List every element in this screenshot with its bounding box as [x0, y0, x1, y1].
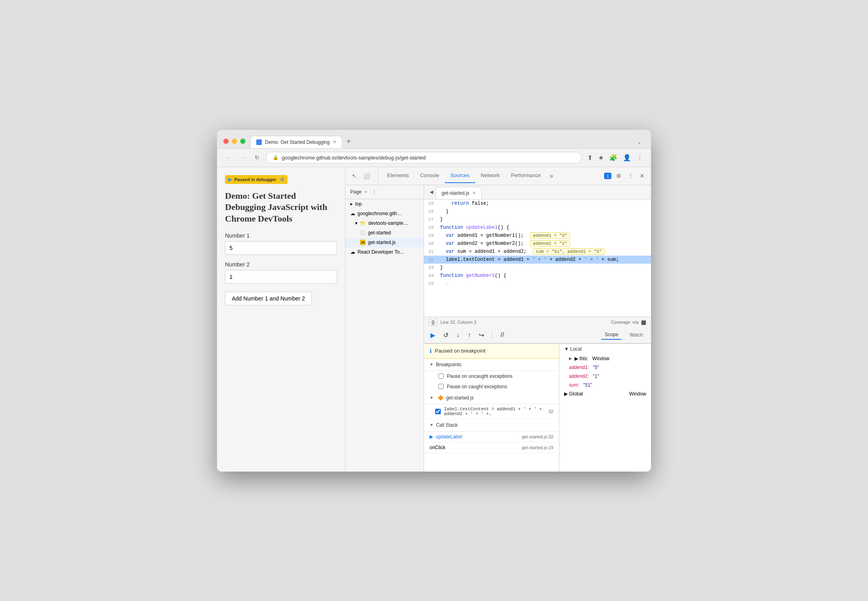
tab-close-button[interactable]: ✕ [333, 139, 336, 145]
this-expand-icon: ▶ [569, 356, 572, 361]
section-arrow-icon: ▼ [430, 362, 434, 367]
cursor-position: Line 32, Column 3 [440, 320, 476, 325]
new-tab-button[interactable]: + [342, 135, 355, 148]
forward-button[interactable]: → [238, 153, 248, 162]
reload-button[interactable]: ↻ [252, 153, 262, 162]
status-left: {} Line 32, Column 3 [429, 319, 476, 326]
scope-global-item[interactable]: ▶ Global Window [559, 389, 651, 398]
number2-input[interactable] [225, 270, 337, 284]
scope-addend1-value: "5" [593, 365, 599, 370]
settings-button[interactable]: ⚙ [615, 171, 623, 181]
tab-performance[interactable]: Performance [505, 168, 546, 183]
code-line-32: 32 label.textContent = addend1 + ' + ' +… [424, 256, 651, 264]
number1-label: Number 1 [225, 232, 337, 239]
number2-label: Number 2 [225, 261, 337, 268]
watch-tab-label[interactable]: Watch [626, 331, 646, 339]
pause-caught-item[interactable]: Pause on caught exceptions [424, 381, 559, 392]
number1-input[interactable] [225, 241, 337, 255]
devtools-more-button[interactable]: ⋮ [626, 171, 635, 181]
tree-item-devtools-sample[interactable]: ▾ 📁 devtools-sample… [346, 218, 424, 228]
address-bar[interactable]: 🔒 googlechrome.github.io/devtools-sample… [266, 152, 582, 163]
devtools-panel: ↖ ⬜ Elements Console Sources Network Per… [345, 167, 651, 472]
breakpoints-section-header[interactable]: ▼ Breakpoints [424, 359, 559, 371]
code-content[interactable]: 25 return false; 26 } 27 } [424, 200, 651, 317]
tab-elements[interactable]: Elements [382, 168, 414, 183]
scope-this-item[interactable]: ▶ ▶ this: Window [559, 354, 651, 363]
tree-item-get-started[interactable]: get-started [346, 228, 424, 238]
browser-tab[interactable]: Demo: Get Started Debugging ✕ [250, 136, 342, 148]
file-tree-menu-button[interactable]: ⋮ [370, 188, 378, 196]
device-toolbar-button[interactable]: ⬜ [362, 171, 372, 181]
maximize-traffic-light[interactable] [240, 139, 245, 144]
pause-uncaught-checkbox[interactable] [438, 373, 444, 379]
more-tabs-button[interactable]: » [547, 168, 557, 184]
bookmark-button[interactable]: ★ [597, 152, 605, 163]
scope-sum-value: "51" [583, 382, 592, 388]
callstack-item-onclick[interactable]: onClick get-started.js:19 [424, 442, 559, 453]
callstack-fn-name: updateLabel [436, 434, 462, 440]
format-button[interactable]: {} [429, 319, 437, 326]
folder-icon: 📁 [360, 220, 366, 226]
tooltip-addend2: addend2 = "1" [530, 240, 570, 247]
scope-tab-label[interactable]: Scope [601, 330, 621, 340]
tree-item-top[interactable]: ▸ top [346, 199, 424, 209]
devtools-close-button[interactable]: ✕ [638, 171, 646, 181]
scope-local-label: ▼ Local [564, 346, 582, 352]
resume-button[interactable]: ▶ [429, 330, 437, 341]
code-line-29: 29 var addend1 = getNumber1(); addend1 =… [424, 232, 651, 240]
minimize-traffic-light[interactable] [232, 139, 237, 144]
pause-uncaught-item[interactable]: Pause on uncaught exceptions [424, 371, 559, 381]
tab-network[interactable]: Network [475, 168, 506, 183]
inspect-element-button[interactable]: ↖ [350, 171, 358, 181]
back-button[interactable]: ← [223, 153, 234, 162]
extensions-button[interactable]: 🧩 [608, 152, 619, 163]
breakpoint-item[interactable]: label.textContent = addend1 + ' + ' + ad… [424, 404, 559, 419]
tab-sources[interactable]: Sources [445, 168, 475, 183]
scope-addend2-key: addend2: [569, 373, 589, 379]
line-number: 28 [424, 225, 438, 230]
tree-item-get-started-js[interactable]: JS get-started.js [346, 238, 424, 247]
callstack-section-header[interactable]: ▼ Call Stack [424, 419, 559, 432]
bp-file-header[interactable]: ▼ 🔶 get-started.js [424, 392, 559, 404]
main-content: ▶ Paused in debugger ◎ Demo: Get Started… [217, 167, 651, 472]
editor-tab-close-button[interactable]: ✕ [472, 191, 476, 195]
file-tree-header: Page » ⋮ [346, 185, 424, 199]
breakpoints-label: Breakpoints [436, 362, 461, 367]
step-button[interactable]: ↪ [477, 330, 486, 341]
bp-code-text: label.textContent = addend1 + ' + ' + ad… [444, 407, 545, 416]
step-out-button[interactable]: ↑ [466, 330, 472, 340]
share-button[interactable]: ⬆ [586, 152, 594, 163]
tree-item-googlechrome[interactable]: ☁ googlechrome.gith… [346, 209, 424, 218]
code-line-26: 26 } [424, 208, 651, 216]
tab-console[interactable]: Console [414, 168, 445, 183]
callstack-item-updatelabel[interactable]: ▶ updateLabel get-started.js:32 [424, 432, 559, 442]
tab-overflow-button[interactable]: ⌄ [634, 136, 645, 148]
file-tree-more-icon: » [365, 190, 367, 194]
devtools-icon-group: ↖ ⬜ [350, 167, 378, 185]
breakpoint-checkbox[interactable] [435, 409, 441, 414]
bottom-panels: ℹ Paused on breakpoint ▼ Breakpoints Pau… [424, 343, 651, 472]
scope-local-section[interactable]: ▼ Local [559, 344, 651, 354]
editor-back-button[interactable]: ◀ [427, 188, 436, 196]
pause-caught-checkbox[interactable] [438, 384, 444, 389]
notification-badge: 1 [604, 173, 611, 179]
submit-button[interactable]: Add Number 1 and Number 2 [225, 292, 312, 305]
tree-item-label: get-started [368, 230, 391, 236]
call-stack-arrow-icon: ▶ [430, 434, 433, 440]
menu-button[interactable]: ⋮ [635, 152, 645, 163]
paused-badge-text: Paused in debugger [234, 177, 276, 182]
code-line-35: 35 … [424, 280, 651, 288]
line-number: 25 [424, 201, 438, 206]
tree-item-react-devtools[interactable]: ☁ React Developer To… [346, 247, 424, 257]
step-over-button[interactable]: ↺ [442, 330, 450, 341]
scope-sum-key: sum: [569, 382, 579, 388]
coverage-icon-button[interactable]: ▦ [641, 319, 646, 325]
deactivate-breakpoints-button[interactable]: // [499, 330, 506, 340]
close-traffic-light[interactable] [223, 139, 229, 144]
profile-button[interactable]: 👤 [621, 152, 633, 163]
editor-tab-get-started-js[interactable]: get-started.js ✕ [436, 187, 482, 199]
line-number: 32 [424, 257, 438, 262]
step-into-button[interactable]: ↓ [455, 330, 461, 340]
page-content: ▶ Paused in debugger ◎ Demo: Get Started… [217, 167, 345, 472]
devtools-tabs: Elements Console Sources Network Perform… [378, 168, 604, 184]
